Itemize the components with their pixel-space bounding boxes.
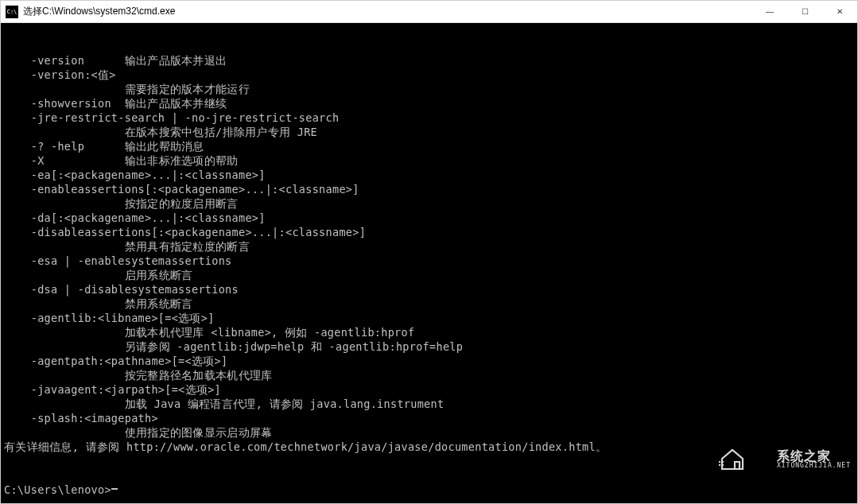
cmd-icon: C:\ (6, 6, 18, 18)
window-controls: — ☐ ✕ (752, 1, 857, 22)
watermark-sub: XITONGZHIJIA.NET (777, 463, 851, 469)
maximize-button[interactable]: ☐ (787, 1, 822, 22)
watermark: 系统之家 XITONGZHIJIA.NET (719, 419, 851, 500)
minimize-button[interactable]: — (752, 1, 787, 22)
terminal-output[interactable]: -version 输出产品版本并退出 -version:<值> 需要指定的版本才… (1, 23, 857, 503)
house-icon (719, 419, 772, 500)
cmd-window: C:\ 选择C:\Windows\system32\cmd.exe — ☐ ✕ … (0, 0, 858, 504)
watermark-main: 系统之家 (777, 450, 851, 463)
prompt-text: C:\Users\lenovo> (4, 483, 111, 497)
cursor (111, 488, 118, 490)
titlebar[interactable]: C:\ 选择C:\Windows\system32\cmd.exe — ☐ ✕ (1, 1, 857, 23)
terminal-lines: -version 输出产品版本并退出 -version:<值> 需要指定的版本才… (4, 53, 854, 454)
close-button[interactable]: ✕ (822, 1, 857, 22)
window-title: 选择C:\Windows\system32\cmd.exe (23, 5, 752, 18)
